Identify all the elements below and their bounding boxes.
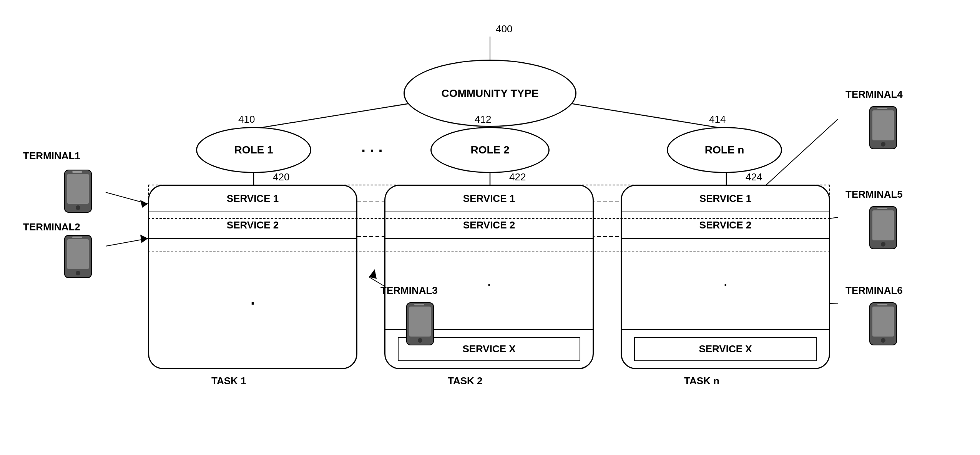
svg-rect-41 [877, 304, 887, 305]
task2-label: TASK 2 [448, 375, 483, 387]
svg-point-40 [881, 338, 885, 343]
dashed-service2-overlay [148, 218, 830, 252]
terminal4-label: TERMINAL4 [845, 88, 903, 100]
svg-rect-21 [72, 171, 82, 173]
rolen-node: ROLE n [667, 127, 782, 173]
taskn-servicex: SERVICE X [634, 337, 817, 361]
ref-410: 410 [238, 113, 255, 125]
svg-rect-27 [409, 307, 431, 337]
terminal4-phone [867, 106, 901, 152]
ref-412: 412 [475, 113, 491, 125]
svg-rect-29 [414, 304, 424, 305]
svg-rect-23 [67, 239, 89, 269]
terminal1-phone [61, 169, 96, 215]
role2-node: ROLE 2 [430, 127, 550, 173]
terminal5-phone [867, 206, 901, 252]
svg-line-8 [106, 238, 148, 246]
svg-point-28 [418, 338, 422, 343]
task1-dots: · [149, 239, 356, 368]
dashed-service1-overlay [148, 185, 830, 218]
dots-roles: · · · [361, 142, 383, 160]
ref-424: 424 [746, 171, 762, 183]
svg-rect-31 [872, 110, 894, 140]
svg-rect-39 [872, 307, 894, 337]
terminal2-label: TERMINAL2 [23, 221, 80, 233]
svg-rect-37 [877, 208, 887, 209]
taskn-servicex-wrapper: SERVICE X [622, 330, 829, 368]
svg-marker-9 [140, 235, 148, 243]
ref-400: 400 [496, 23, 512, 35]
svg-marker-11 [369, 269, 377, 279]
svg-marker-7 [140, 200, 148, 208]
ref-422: 422 [509, 171, 526, 183]
terminal2-phone [61, 235, 96, 281]
svg-rect-35 [872, 210, 894, 240]
terminal5-label: TERMINAL5 [845, 188, 903, 200]
ref-420: 420 [273, 171, 289, 183]
diagram-container: 400 COMMUNITY TYPE 410 ROLE 1 · · · 412 … [0, 0, 980, 455]
terminal6-label: TERMINAL6 [845, 285, 903, 297]
terminal3-phone [404, 302, 438, 348]
svg-point-20 [76, 205, 80, 210]
svg-point-32 [881, 142, 885, 147]
svg-point-24 [76, 271, 80, 275]
task1-label: TASK 1 [211, 375, 246, 387]
taskn-dots: · [622, 239, 829, 330]
terminal3-label: TERMINAL3 [380, 285, 438, 297]
terminal1-label: TERMINAL1 [23, 150, 80, 162]
terminal6-phone [867, 302, 901, 348]
svg-line-6 [106, 192, 148, 204]
ref-414: 414 [709, 113, 726, 125]
svg-rect-33 [877, 108, 887, 109]
svg-rect-25 [72, 237, 82, 238]
svg-point-36 [881, 242, 885, 247]
taskn-label: TASK n [684, 375, 719, 387]
role1-node: ROLE 1 [196, 127, 311, 173]
svg-rect-19 [67, 174, 89, 204]
